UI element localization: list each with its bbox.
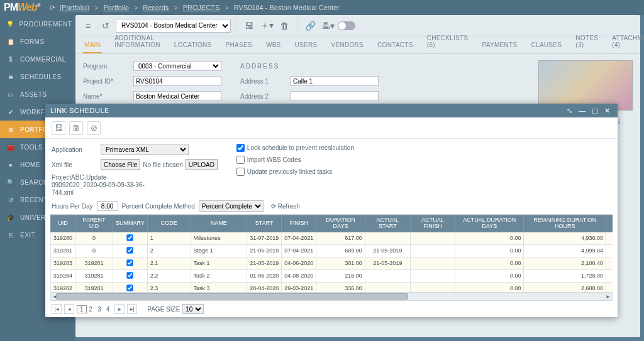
saveexit-button[interactable]: 🗎 — [69, 121, 83, 135]
delete-icon[interactable]: 🗑 — [277, 18, 292, 33]
choose-file-button[interactable]: Choose File — [101, 159, 140, 170]
horizontal-scrollbar[interactable]: ◄► — [50, 292, 613, 301]
table-row[interactable]: 31928001Milestones31-07-201907-04-202161… — [51, 232, 613, 244]
tab-attachments-[interactable]: ATTACHMENTS (4) — [611, 31, 644, 53]
add-icon[interactable]: ＋▾ — [259, 18, 274, 33]
summary-checkbox[interactable] — [127, 284, 133, 291]
sidebar-item-schedules[interactable]: ≣SCHEDULES — [0, 68, 75, 85]
address1-input[interactable] — [291, 76, 379, 86]
pager-page[interactable]: 3 — [95, 306, 104, 313]
column-header[interactable]: DURATION DAYS — [316, 215, 365, 232]
pagesize-select[interactable]: 10 — [182, 304, 204, 314]
column-header[interactable]: REMAINING DURATION DAYS — [606, 215, 613, 232]
pager-page[interactable]: 2 — [87, 306, 96, 313]
menu-icon[interactable]: ≡ — [80, 18, 96, 33]
wbs-checkbox[interactable] — [236, 156, 245, 164]
tab-additional-information[interactable]: ADDITIONAL INFORMATION — [113, 31, 162, 53]
program-select[interactable]: 0003 - Commercial — [133, 61, 221, 71]
column-header[interactable]: NAME — [191, 215, 247, 232]
maximize-icon[interactable]: ▢ — [590, 106, 600, 116]
summary-checkbox[interactable] — [127, 259, 133, 266]
link-icon[interactable]: 🔗 — [303, 18, 318, 33]
pager-first-button[interactable]: |◂ — [52, 304, 62, 314]
save-button[interactable]: 🖫 — [52, 121, 65, 135]
sidebar-item-assets[interactable]: ▭ASSETS — [0, 85, 75, 103]
history-icon[interactable]: ↺ — [98, 18, 113, 33]
tab-notes-[interactable]: NOTES (3) — [574, 31, 599, 53]
tab-vendors[interactable]: VENDORS — [330, 38, 365, 53]
restore-icon[interactable]: ⤡ — [565, 106, 575, 116]
save-icon[interactable]: 🖫 — [242, 18, 257, 33]
sidebar-label: HOME — [20, 161, 40, 168]
column-header[interactable]: ACTUAL FINISH — [410, 215, 455, 232]
lock-checkbox[interactable] — [236, 144, 245, 152]
close-icon[interactable]: ✕ — [602, 106, 613, 116]
table-row[interactable]: 3192833192812.1Task 121-05-201904-06-202… — [51, 257, 613, 269]
tab-users[interactable]: USERS — [294, 38, 319, 53]
refresh-button[interactable]: ⟳Refresh — [271, 203, 300, 210]
sidebar-label: TOOLS — [20, 144, 43, 151]
upload-button[interactable]: UPLOAD — [186, 159, 218, 170]
column-header[interactable]: ACTUAL DURATION DAYS — [455, 215, 524, 232]
projectid-input[interactable] — [133, 76, 221, 86]
summary-checkbox[interactable] — [127, 272, 133, 278]
grid-pager: |◂ ◂ 1234 ▸ ▸| PAGE SIZE 10 — [45, 301, 618, 317]
sidebar-item-forms[interactable]: 📋FORMS — [0, 33, 75, 50]
column-header[interactable]: REMAINING DURATION HOURS — [524, 215, 606, 232]
file-status: No file chosen — [143, 161, 182, 168]
column-header[interactable]: PARENT UID — [75, 215, 113, 232]
tab-locations[interactable]: LOCATIONS — [173, 38, 213, 53]
column-header[interactable]: SUMMARY — [113, 215, 147, 232]
column-header[interactable]: ACTUAL START — [365, 215, 410, 232]
cancel-button[interactable]: ⊘ — [87, 121, 101, 135]
column-header[interactable]: START — [247, 215, 282, 232]
uploaded-file-name: ProjectABC-Update-09092020_2020-09-09-09… — [52, 174, 152, 197]
pcm-select[interactable]: Percent Complete — [199, 200, 264, 212]
breadcrumb-item[interactable]: Portfolio — [104, 4, 129, 11]
address2-input[interactable] — [291, 91, 379, 101]
table-row[interactable]: 3192843192812.2Task 201-06-202004-08-202… — [51, 269, 613, 282]
sidebar-icon: 🔍 — [6, 179, 15, 186]
breadcrumb-item[interactable]: (Portfolio) — [59, 4, 89, 11]
tab-main[interactable]: MAIN — [83, 38, 102, 53]
column-header[interactable]: UID — [51, 215, 75, 232]
application-select[interactable]: Primavera XML — [101, 144, 189, 155]
tab-checklists-[interactable]: CHECKLISTS (6) — [426, 31, 470, 53]
summary-checkbox[interactable] — [127, 247, 133, 253]
pager-prev-button[interactable]: ◂ — [64, 304, 74, 314]
hours-per-day-input[interactable] — [97, 201, 118, 211]
name-input[interactable] — [133, 91, 221, 101]
schedule-grid: UIDPARENT UIDSUMMARYCODENAMESTARTFINISHD… — [50, 215, 613, 292]
tab-contacts[interactable]: CONTACTS — [376, 38, 414, 53]
pager-page[interactable]: 4 — [104, 306, 113, 313]
pager-page[interactable]: 1 — [77, 305, 87, 313]
pager-last-button[interactable]: ▸| — [127, 304, 137, 314]
sidebar-label: SCHEDULES — [20, 73, 62, 80]
update-checkbox[interactable] — [236, 168, 245, 176]
reload-icon[interactable]: ⟳ — [50, 4, 55, 12]
tab-wbs[interactable]: WBS — [265, 38, 282, 53]
tab-payments[interactable]: PAYMENTS — [481, 38, 519, 53]
minimize-icon[interactable]: — — [577, 106, 587, 116]
sidebar-item-commercial[interactable]: $COMMERCIAL — [0, 50, 75, 68]
sidebar-icon: ⎘ — [6, 232, 15, 239]
tab-clauses[interactable]: CLAUSES — [530, 38, 564, 53]
refresh-icon: ⟳ — [271, 203, 276, 210]
sidebar-icon: 🎓 — [6, 214, 15, 221]
sidebar-icon: ▭ — [6, 91, 15, 98]
table-row[interactable]: 31928102Stage 121-05-201907-04-2021689.0… — [51, 244, 613, 257]
print-icon[interactable]: 🖶▾ — [320, 18, 335, 33]
sidebar-item-procurement[interactable]: 💡PROCUREMENT — [0, 15, 75, 33]
breadcrumb-item[interactable]: Records — [143, 4, 169, 11]
column-header[interactable]: FINISH — [282, 215, 316, 232]
pager-next-button[interactable]: ▸ — [114, 304, 125, 314]
table-row[interactable]: 3192823192812.3Task 328-04-202029-03-202… — [51, 282, 613, 292]
tab-phases[interactable]: PHASES — [225, 38, 253, 53]
summary-checkbox[interactable] — [127, 234, 133, 241]
breadcrumb-item[interactable]: PROJECTS — [183, 4, 220, 11]
toggle-switch[interactable] — [338, 21, 355, 30]
sidebar-icon: 📋 — [6, 38, 15, 45]
sidebar-label: ASSETS — [20, 91, 47, 98]
column-header[interactable]: CODE — [147, 215, 191, 232]
sidebar-icon: $ — [6, 56, 15, 63]
